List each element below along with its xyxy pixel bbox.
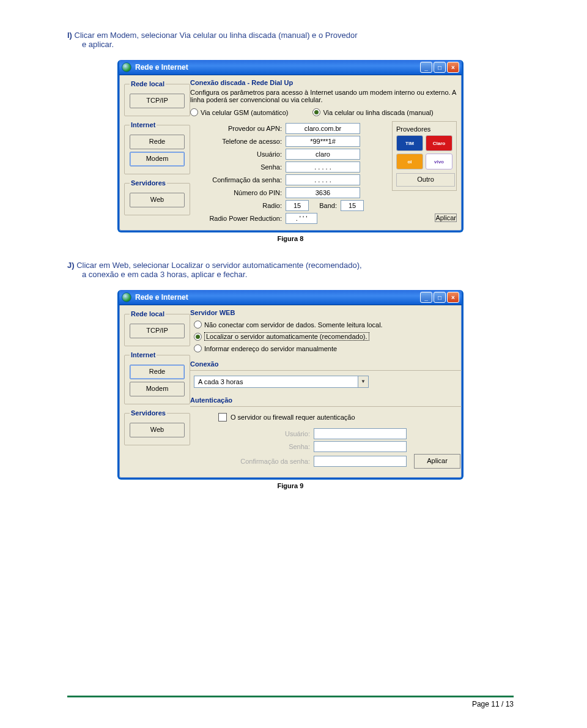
radio-via-celular-auto[interactable]: Via celular GSM (automático) [190, 108, 288, 116]
window-rede-internet-modem: Rede e Internet _ □ × Rede local TCP/IP … [117, 60, 463, 232]
titlebar[interactable]: Rede e Internet _ □ × [119, 60, 462, 75]
rpr-input[interactable]: . ' ' ' [286, 213, 317, 224]
step-letter: I) [67, 31, 72, 40]
titlebar[interactable]: Rede e Internet _ □ × [119, 290, 462, 305]
rede-button[interactable]: Rede [130, 365, 185, 379]
group-label: Servidores [130, 179, 167, 187]
close-button[interactable]: × [447, 292, 459, 303]
step-text: Clicar em Web, selecionar Localizar o se… [76, 261, 362, 270]
close-button[interactable]: × [447, 62, 459, 73]
auth-pass-input[interactable] [314, 441, 407, 452]
field-label: Telefone de acesso: [190, 138, 282, 145]
step-text: Clicar em Modem, selecionar Via celular … [75, 31, 358, 40]
field-label: Senha: [194, 443, 310, 450]
figure-caption: Figura 8 [67, 235, 514, 242]
provedores-box: Provedores TIM Claro oi vivo Outro [392, 121, 457, 191]
step-j: J) Clicar em Web, selecionar Localizar o… [67, 261, 514, 279]
senha-input[interactable]: . . . . . [286, 162, 360, 173]
panel-title: Conexão discada - Rede Dial Up [190, 79, 457, 86]
group-label: Internet [130, 121, 157, 128]
pin-input[interactable]: 3636 [286, 187, 360, 198]
chevron-down-icon: ▼ [358, 376, 368, 387]
aplicar-button[interactable]: Aplicar [435, 214, 457, 222]
panel-desc: Configura os parâmetros para acesso à In… [190, 89, 457, 103]
radio-label: Não conectar com servidor de dados. Some… [204, 321, 383, 329]
select-value: A cada 3 horas [198, 378, 243, 385]
auth-title: Autenticação [190, 396, 463, 404]
field-label: Radio: [190, 202, 282, 209]
radio-icon [194, 333, 202, 341]
auth-user-input[interactable] [314, 428, 407, 439]
radio-icon [190, 108, 198, 116]
field-label: Confirmação da senha: [190, 176, 282, 184]
provider-outro-button[interactable]: Outro [396, 173, 455, 187]
step-text: e aplicar. [82, 40, 514, 49]
radio-input[interactable]: 15 [286, 200, 309, 211]
field-label: Confirmação da senha: [194, 458, 310, 465]
group-servidores: Servidores Web [124, 179, 190, 215]
radio-label: Localizar o servidor automaticamente (re… [204, 332, 369, 341]
confirma-input[interactable]: . . . . . [286, 174, 360, 185]
group-internet: Internet Rede Modem [124, 121, 190, 174]
step-i: I) Clicar em Modem, selecionar Via celul… [67, 31, 514, 49]
field-label: Provedor ou APN: [190, 125, 282, 132]
globe-icon [122, 62, 131, 72]
figure-caption: Figura 9 [67, 482, 514, 489]
window-title: Rede e Internet [135, 293, 188, 302]
provider-oi-button[interactable]: oi [396, 154, 423, 169]
conexao-select[interactable]: A cada 3 horas ▼ [194, 376, 369, 388]
radio-icon [312, 108, 320, 116]
telefone-input[interactable]: *99***1# [286, 136, 360, 147]
minimize-button[interactable]: _ [420, 62, 432, 73]
page-number: Page 11 / 13 [472, 700, 514, 708]
radio-label: Informar endereço do servidor manualment… [204, 345, 337, 352]
group-rede-local: Rede local TCP/IP [124, 80, 190, 116]
radio-localizar-auto[interactable]: Localizar o servidor automaticamente (re… [194, 332, 369, 341]
provider-vivo-button[interactable]: vivo [426, 154, 452, 169]
checkbox-label: O servidor ou firewall requer autenticaç… [231, 414, 355, 421]
radio-via-celular-manual[interactable]: Via celular ou linha discada (manual) [312, 108, 433, 116]
provedor-input[interactable]: claro.com.br [286, 123, 360, 134]
field-label: Radio Power Reduction: [190, 215, 282, 222]
group-label: Rede local [130, 310, 166, 318]
radio-icon [194, 344, 202, 352]
rede-button[interactable]: Rede [130, 135, 185, 149]
maximize-button[interactable]: □ [434, 292, 446, 303]
field-label: Band: [312, 202, 337, 209]
group-internet: Internet Rede Modem [124, 351, 190, 404]
minimize-button[interactable]: _ [420, 292, 432, 303]
web-button[interactable]: Web [130, 193, 185, 207]
field-label: Número do PIN: [190, 189, 282, 196]
window-title: Rede e Internet [135, 63, 188, 72]
modem-button[interactable]: Modem [130, 382, 185, 396]
field-label: Usuário: [194, 430, 310, 437]
maximize-button[interactable]: □ [434, 62, 446, 73]
tcpip-button[interactable]: TCP/IP [130, 94, 185, 108]
radio-nao-conectar[interactable]: Não conectar com servidor de dados. Some… [194, 321, 383, 329]
usuario-input[interactable]: claro [286, 149, 360, 160]
radio-icon [194, 321, 202, 329]
page-footer: Page 11 / 13 [67, 696, 514, 708]
auth-required-checkbox[interactable]: O servidor ou firewall requer autenticaç… [218, 413, 355, 422]
band-input[interactable]: 15 [341, 200, 364, 211]
step-letter: J) [67, 261, 75, 270]
modem-button[interactable]: Modem [130, 152, 185, 166]
auth-confirm-input[interactable] [314, 456, 407, 467]
conexao-title: Conexão [190, 360, 463, 368]
panel-title: Servidor WEB [190, 309, 463, 316]
radio-informar-manual[interactable]: Informar endereço do servidor manualment… [194, 344, 337, 352]
window-rede-internet-web: Rede e Internet _ □ × Rede local TCP/IP … [117, 290, 463, 480]
provedores-label: Provedores [396, 125, 452, 133]
checkbox-icon [218, 413, 227, 422]
provider-tim-button[interactable]: TIM [396, 135, 423, 151]
group-label: Servidores [130, 409, 167, 417]
provider-claro-button[interactable]: Claro [426, 135, 452, 151]
web-button[interactable]: Web [130, 423, 185, 437]
group-label: Internet [130, 351, 157, 358]
group-rede-local: Rede local TCP/IP [124, 310, 190, 346]
tcpip-button[interactable]: TCP/IP [130, 324, 185, 338]
group-servidores: Servidores Web [124, 409, 190, 445]
field-label: Senha: [190, 163, 282, 171]
radio-label: Via celular GSM (automático) [201, 109, 288, 116]
aplicar-button[interactable]: Aplicar [414, 454, 460, 469]
